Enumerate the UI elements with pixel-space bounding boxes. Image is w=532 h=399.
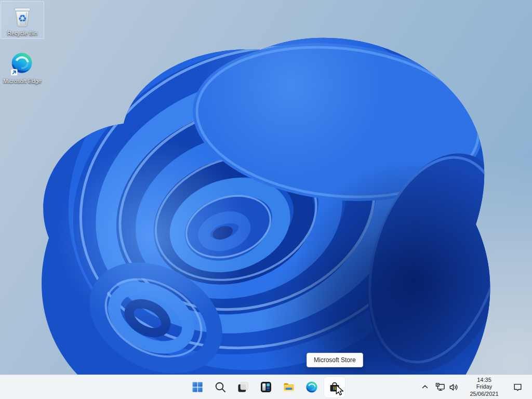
search-icon [214, 381, 227, 393]
desktop-icon-microsoft-edge[interactable]: Microsoft Edge [1, 50, 44, 87]
edge-icon [305, 381, 318, 393]
notification-icon [513, 382, 523, 392]
task-view-button[interactable] [233, 377, 254, 397]
notification-center-button[interactable] [508, 377, 527, 397]
system-tray: 14:35 Friday 25/06/2021 [418, 375, 527, 399]
network-volume-button[interactable] [432, 377, 461, 397]
taskbar: 14:35 Friday 25/06/2021 [0, 375, 532, 399]
edge-icon [10, 52, 34, 76]
volume-icon [449, 382, 459, 392]
clock-time: 14:35 [467, 377, 501, 384]
file-explorer-button[interactable] [278, 377, 299, 397]
network-icon [435, 382, 445, 392]
desktop-icon-recycle-bin[interactable]: ♻ Recycle Bin [1, 1, 44, 39]
chevron-up-icon [421, 383, 429, 391]
store-tooltip: Microsoft Store [307, 353, 363, 367]
widgets-icon [260, 381, 272, 393]
bloom-wallpaper [0, 0, 532, 375]
recycle-bin-label: Recycle Bin [7, 30, 37, 37]
edge-button[interactable] [301, 377, 322, 397]
clock[interactable]: 14:35 Friday 25/06/2021 [465, 376, 503, 399]
file-explorer-icon [283, 381, 295, 393]
shortcut-arrow-badge [11, 69, 17, 75]
hidden-icons-button[interactable] [418, 377, 432, 397]
widgets-button[interactable] [256, 377, 276, 397]
mouse-cursor [336, 384, 344, 397]
clock-day: Friday [467, 383, 501, 391]
search-button[interactable] [210, 377, 231, 397]
windows-11-desktop: { "wallpaper": { "name": "windows-11-blo… [0, 0, 532, 399]
taskbar-center-group [187, 377, 345, 397]
task-view-icon [237, 381, 249, 393]
start-icon [191, 381, 204, 393]
clock-date: 25/06/2021 [467, 391, 501, 398]
svg-text:♻: ♻ [18, 12, 26, 24]
desktop: ♻ Recycle Bin Microsoft Edge [0, 0, 532, 375]
edge-label: Microsoft Edge [3, 78, 41, 85]
recycle-bin-icon: ♻ [10, 4, 35, 29]
start-button[interactable] [187, 377, 208, 397]
